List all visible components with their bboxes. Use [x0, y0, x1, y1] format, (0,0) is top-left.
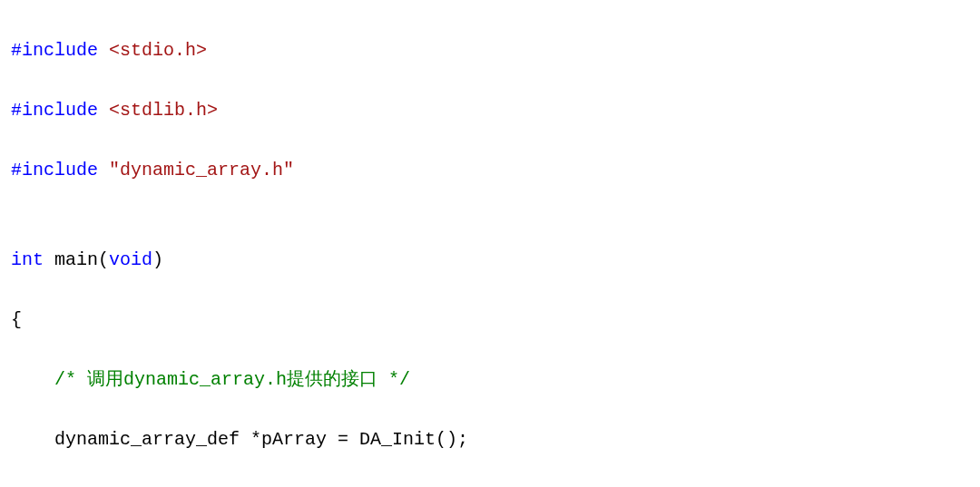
keyword-int: int [11, 249, 44, 270]
code-line: #include "dynamic_array.h" [11, 155, 969, 185]
brace-open: { [11, 305, 969, 335]
code-line: int main(void) [11, 245, 969, 275]
code-line: #include <stdio.h> [11, 35, 969, 65]
code-line: #include <stdlib.h> [11, 95, 969, 125]
header-dynamic-array: "dynamic_array.h" [109, 160, 294, 180]
func-main-close: ) [152, 249, 163, 270]
keyword-include: #include [11, 100, 98, 121]
stmt-init: dynamic_array_def *pArray = DA_Init(); [11, 424, 468, 454]
keyword-include: #include [11, 160, 98, 180]
code-line: dynamic_array_def *pArray = DA_Init(); [11, 424, 969, 454]
keyword-void: void [109, 249, 152, 270]
code-snippet: #include <stdio.h> #include <stdlib.h> #… [0, 0, 980, 487]
header-stdio: <stdio.h> [109, 40, 207, 61]
code-line: /* 调用dynamic_array.h提供的接口 */ [11, 365, 969, 394]
func-main-open: main( [44, 249, 109, 270]
keyword-include: #include [11, 40, 98, 61]
comment: /* 调用dynamic_array.h提供的接口 */ [11, 365, 410, 394]
header-stdlib: <stdlib.h> [109, 100, 218, 121]
